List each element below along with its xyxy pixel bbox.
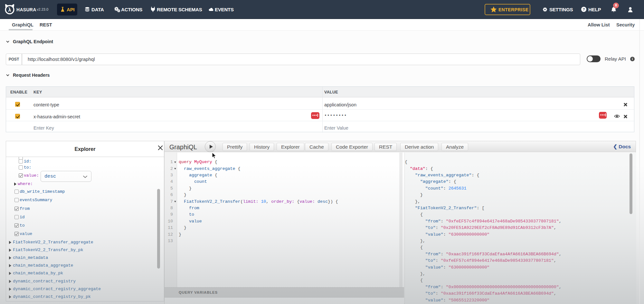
svg-text:λ: λ (8, 7, 11, 13)
svg-text:?: ? (582, 7, 585, 11)
